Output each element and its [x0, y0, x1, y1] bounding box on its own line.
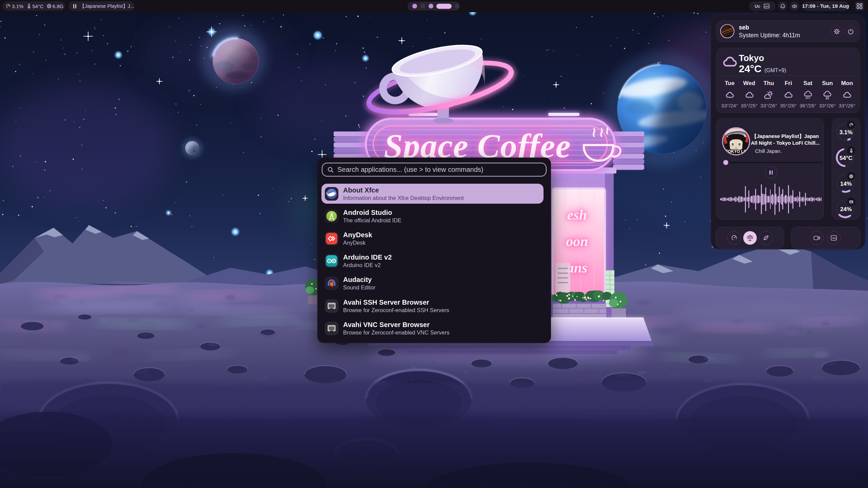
svg-text:esh: esh: [567, 207, 587, 223]
svg-text:oon: oon: [566, 233, 588, 249]
